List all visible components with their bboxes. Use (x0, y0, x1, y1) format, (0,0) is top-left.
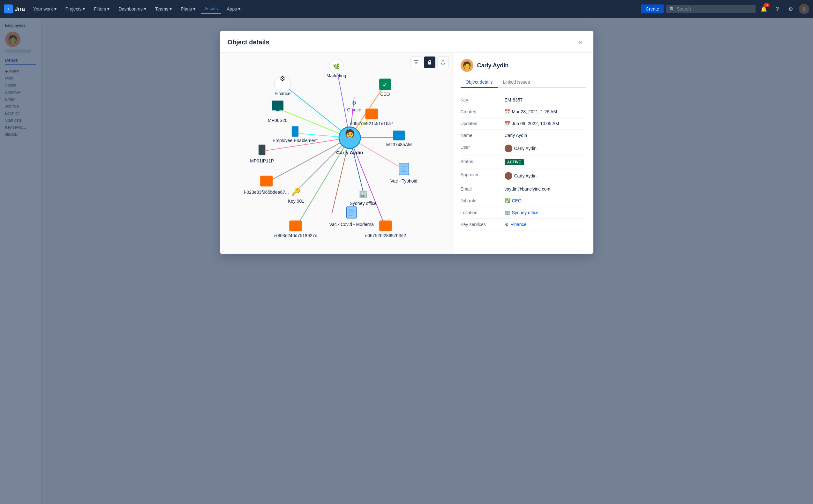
nav-your-work[interactable]: Your work ▾ (30, 4, 60, 13)
chevron-down-icon: ▾ (107, 6, 109, 11)
network-graph[interactable]: ⚙ Finance 🌿 Marketing ✓ CEO ⚙ C-suite (220, 53, 453, 254)
calendar-icon: 📅 (505, 109, 510, 114)
jobrole-link[interactable]: CEO (512, 198, 522, 203)
nav-apps[interactable]: Apps ▾ (223, 4, 244, 13)
jira-logo-icon (4, 4, 13, 13)
value-email: caydin@banclyinc.com (505, 186, 586, 192)
value-location[interactable]: 🏢 Sydney office (505, 210, 586, 215)
chevron-down-icon: ▾ (169, 6, 172, 11)
value-user: 👤 Carly Aydin (505, 145, 586, 152)
modal-header: Object details × (220, 31, 593, 53)
svg-rect-53 (346, 207, 356, 218)
value-created: 📅 Mar 28, 2021, 1:26 AM (505, 109, 586, 114)
modal-dialog: Object details × (220, 31, 593, 254)
details-row-name: Name Carly Aydin (461, 130, 586, 141)
create-button[interactable]: Create (641, 4, 664, 13)
location-link[interactable]: Sydney office (512, 210, 539, 215)
navbar: Jira Your work ▾ Projects ▾ Filters ▾ Da… (0, 0, 813, 18)
notifications-badge: 9+ (764, 3, 770, 7)
modal-body: ⚙ Finance 🌿 Marketing ✓ CEO ⚙ C-suite (220, 53, 593, 254)
details-row-key: Key EM-8357 (461, 94, 586, 106)
chevron-down-icon: ▾ (83, 6, 85, 11)
jira-logo[interactable]: Jira (4, 4, 25, 13)
person-name: Carly Aydin (477, 62, 509, 69)
svg-text:C-suite: C-suite (347, 107, 361, 112)
label-approver: Approver (461, 172, 502, 177)
chevron-down-icon: ▾ (238, 6, 240, 11)
help-button[interactable]: ? (772, 4, 782, 14)
finance-icon: ⚙ (505, 222, 509, 227)
user-avatar[interactable]: 👤 (799, 4, 809, 14)
svg-text:MP01IP11P: MP01IP11P (250, 158, 274, 163)
modal-close-button[interactable]: × (576, 37, 586, 47)
label-updated: Updated (461, 121, 502, 126)
svg-line-11 (296, 138, 350, 191)
nav-dashboards[interactable]: Dashboards ▾ (115, 4, 149, 13)
person-header: 🧑 Carly Aydin (461, 59, 586, 72)
svg-rect-60 (379, 221, 392, 231)
value-keyservices[interactable]: ⚙ Finance (505, 222, 586, 227)
label-key: Key (461, 97, 502, 102)
value-updated: 📅 Jun 09, 2022, 10:05 AM (505, 121, 586, 126)
svg-text:Carly Aydin: Carly Aydin (336, 150, 363, 155)
details-tabs: Object details Linked issues (461, 77, 586, 88)
nav-filters[interactable]: Filters ▾ (91, 4, 113, 13)
search-bar[interactable]: 🔍 (666, 5, 756, 13)
label-email: Email (461, 186, 502, 192)
finance-link[interactable]: Finance (511, 222, 527, 227)
modal-overlay[interactable]: Object details × (0, 18, 813, 504)
label-created: Created (461, 109, 502, 114)
nav-plans[interactable]: Plans ▾ (177, 4, 199, 13)
graph-export-button[interactable] (437, 56, 449, 68)
svg-text:Employee Enablement: Employee Enablement (272, 138, 317, 143)
settings-button[interactable]: ⚙ (786, 4, 796, 14)
details-panel: 🧑 Carly Aydin Object details Linked issu… (453, 53, 593, 254)
modal-title: Object details (228, 39, 269, 46)
tab-linked-issues[interactable]: Linked issues (498, 77, 535, 88)
svg-text:Finance: Finance (275, 91, 290, 96)
svg-rect-35 (258, 144, 265, 155)
search-icon: 🔍 (669, 6, 675, 11)
search-input[interactable] (677, 6, 752, 11)
label-status: Status (461, 159, 502, 164)
svg-text:Marketing: Marketing (326, 73, 346, 78)
details-row-email: Email caydin@banclyinc.com (461, 183, 586, 195)
svg-text:MP06S20: MP06S20 (268, 118, 288, 123)
navbar-right: 🔍 🔔 9+ ? ⚙ 👤 (666, 4, 809, 14)
value-jobrole[interactable]: ✅ CEO (505, 198, 586, 203)
details-row-status: Status ACTIVE (461, 156, 586, 169)
nav-assets[interactable]: Assets (201, 4, 221, 14)
svg-text:MT37485AM: MT37485AM (386, 142, 411, 147)
graph-panel: ⚙ Finance 🌿 Marketing ✓ CEO ⚙ C-suite (220, 53, 453, 254)
value-key: EM-8357 (505, 97, 586, 102)
tab-object-details[interactable]: Object details (461, 77, 498, 88)
check-icon: ✅ (505, 198, 510, 203)
svg-rect-28 (272, 101, 283, 110)
label-jobrole: Job role (461, 198, 502, 203)
details-row-user: User 👤 Carly Aydin (461, 141, 586, 156)
svg-rect-58 (289, 221, 302, 231)
details-row-created: Created 📅 Mar 28, 2021, 1:26 AM (461, 106, 586, 118)
svg-text:🔑: 🔑 (291, 187, 300, 196)
svg-text:Key 001: Key 001 (288, 199, 304, 204)
label-keyservices: Key services (461, 222, 502, 227)
svg-text:i-0f57de921c51e1ba7: i-0f57de921c51e1ba7 (350, 121, 393, 126)
details-row-jobrole: Job role ✅ CEO (461, 195, 586, 207)
svg-line-10 (267, 138, 350, 182)
graph-filter-button[interactable] (410, 56, 422, 68)
gear-icon: ⚙ (788, 6, 793, 12)
graph-toolbar (410, 56, 449, 68)
svg-text:🌿: 🌿 (333, 63, 340, 70)
details-table: Key EM-8357 Created 📅 Mar 28, 2021, 1:26… (461, 94, 586, 230)
svg-rect-37 (393, 131, 404, 140)
svg-text:CEO: CEO (380, 92, 390, 97)
svg-text:i-023e83f965bdea67...: i-023e83f965bdea67... (244, 190, 289, 195)
label-location: Location (461, 210, 502, 215)
details-row-location: Location 🏢 Sydney office (461, 207, 586, 219)
graph-lock-button[interactable] (424, 56, 435, 68)
nav-projects[interactable]: Projects ▾ (62, 4, 88, 13)
details-row-keyservices: Key services ⚙ Finance (461, 219, 586, 230)
nav-teams[interactable]: Teams ▾ (152, 4, 175, 13)
notifications-button[interactable]: 🔔 9+ (759, 4, 769, 14)
svg-line-5 (278, 109, 350, 138)
